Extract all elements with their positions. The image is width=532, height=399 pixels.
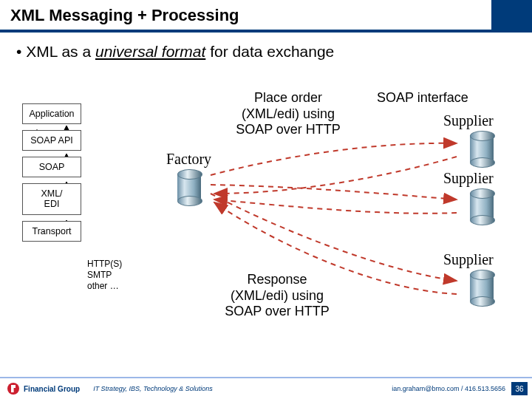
cylinder-icon <box>470 270 494 305</box>
supplier2-label: Supplier <box>443 170 494 187</box>
supplier2-node: Supplier <box>443 170 494 224</box>
protocol-stack: Application SOAP API SOAP XML/ EDI Trans… <box>22 103 81 248</box>
footer-dept: IT Strategy, IBS, Technology & Solutions <box>93 385 213 392</box>
page-title: XML Messaging + Processing <box>0 0 532 25</box>
footer-brand: Financial Group <box>24 385 80 393</box>
stack-xml-edi: XML/ EDI <box>22 183 81 215</box>
supplier1-label: Supplier <box>443 112 494 129</box>
bullet-suffix: for data exchange <box>205 43 334 60</box>
stack-transport: Transport <box>22 221 81 242</box>
transport-examples: HTTP(S) SMTP other … <box>87 259 122 292</box>
bmo-logo-icon <box>7 383 19 395</box>
cylinder-icon <box>470 131 494 166</box>
stack-application: Application <box>22 103 81 124</box>
supplier3-label: Supplier <box>443 251 494 268</box>
bullet-prefix: • XML as a <box>16 43 95 60</box>
diagram: Application SOAP API SOAP XML/ EDI Trans… <box>0 83 532 364</box>
stack-soap: SOAP <box>22 157 81 177</box>
response-annotation: Response (XML/edi) using SOAP over HTTP <box>207 272 347 320</box>
cylinder-icon <box>177 169 201 205</box>
place-order-annotation: Place order (XML/edi) using SOAP over HT… <box>222 90 355 138</box>
cylinder-icon <box>470 188 494 224</box>
stack-soap-api: SOAP API <box>22 130 81 151</box>
title-bar: XML Messaging + Processing <box>0 0 532 33</box>
page-number: 36 <box>511 382 528 395</box>
bullet-line: • XML as a universal format for data exc… <box>0 33 532 61</box>
footer-contact: ian.graham@bmo.com / 416.513.5656 <box>392 385 505 392</box>
factory-node: Factory <box>166 151 211 205</box>
supplier3-node: Supplier <box>443 251 494 305</box>
footer: Financial Group IT Strategy, IBS, Techno… <box>0 377 532 399</box>
title-accent <box>491 0 532 30</box>
bullet-underlined: universal format <box>95 43 205 60</box>
supplier1-node: Supplier <box>443 112 494 166</box>
soap-interface-annotation: SOAP interface <box>377 90 495 106</box>
factory-label: Factory <box>166 151 211 168</box>
